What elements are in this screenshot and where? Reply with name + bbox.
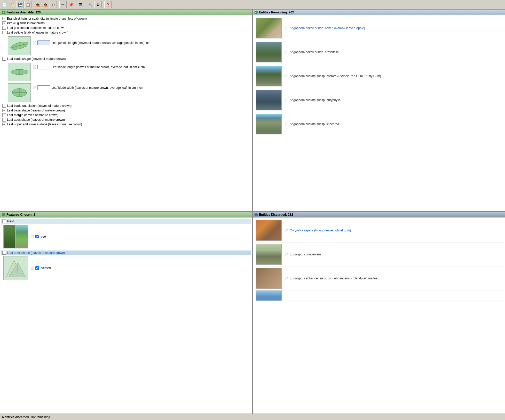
blade-width-thumb bbox=[8, 83, 31, 102]
feature-item-base[interactable]: + Leaf base shape (leaves of mature crow… bbox=[1, 108, 251, 113]
collapse-icon-apex[interactable]: - bbox=[2, 251, 6, 255]
entity-doc-icon-1: 📄 bbox=[285, 27, 288, 30]
feature-label-margin: Leaf margin (leaves of mature crown) bbox=[7, 113, 58, 117]
entity-thumb-1 bbox=[256, 18, 282, 38]
entities-discarded-panel: ✓ Entities Discarded: 232 📄 Corymbia asp… bbox=[253, 212, 505, 414]
blade-length-label: Leaf blade length (leaves of mature crow… bbox=[51, 65, 145, 69]
entity-item-3: 📄 Angophora costata subsp. costata (Sydn… bbox=[254, 64, 504, 88]
blade-width-label: Leaf blade width (leaves of mature crown… bbox=[51, 86, 144, 90]
open-button[interactable]: 📂 bbox=[9, 1, 16, 8]
features-available-content: + Branchlet hairs or scabridity (ultimat… bbox=[0, 15, 252, 211]
undo-button[interactable]: ↩ bbox=[50, 1, 57, 8]
status-bar: 6 entities discarded, 702 remaining bbox=[0, 414, 505, 420]
collapse-icon-habit[interactable]: - bbox=[2, 220, 6, 223]
feature-label-blade-shape: Leaf blade shape (leaves of mature crown… bbox=[7, 57, 66, 61]
entity-thumb-5 bbox=[256, 114, 282, 134]
entity-doc-icon-2: 📄 bbox=[285, 51, 288, 54]
features-available-title: Features Available: 120 bbox=[6, 11, 41, 14]
chosen-habit-header[interactable]: - Habit bbox=[1, 219, 251, 224]
petiole-thumb bbox=[8, 36, 31, 55]
tree-label: tree bbox=[41, 235, 46, 238]
entity-thumb-2 bbox=[256, 42, 282, 62]
expand-icon-base[interactable]: + bbox=[2, 109, 6, 112]
entities-remaining-content: 📄 Angophora bakeri subsp. bakeri (Narrow… bbox=[253, 15, 505, 211]
expand-icon-branchlet[interactable]: + bbox=[2, 17, 6, 20]
feature-item-margin[interactable]: + Leaf margin (leaves of mature crown) bbox=[1, 113, 251, 117]
new-button[interactable]: 📄 bbox=[1, 1, 8, 8]
entities-remaining-icon: ✓ bbox=[254, 11, 258, 14]
blade-width-input[interactable] bbox=[37, 85, 50, 90]
edit-button[interactable]: ✏ bbox=[59, 1, 67, 8]
pointed-check-row: 📄 pointed bbox=[30, 266, 51, 270]
feature-item-petiole[interactable]: - Leaf petiole (stalk of leaves in matur… bbox=[1, 30, 251, 35]
entity-thumb-4 bbox=[256, 90, 282, 110]
features-available-header: + Features Available: 120 bbox=[0, 10, 252, 15]
settings-button[interactable]: ⚙ bbox=[94, 1, 102, 8]
discarded-entity-4 bbox=[254, 290, 504, 301]
pointed-checkbox[interactable] bbox=[35, 266, 39, 270]
discarded-entity-3: 📄 Eucalyptus ebbanoensis subsp. ebbanoen… bbox=[254, 266, 504, 290]
expand-icon-blade-shape[interactable]: - bbox=[2, 57, 6, 61]
features-available-panel: + Features Available: 120 + Branchlet ha… bbox=[0, 9, 253, 212]
expand-icon-apex[interactable]: + bbox=[2, 118, 6, 122]
expand-icon-undulation[interactable]: + bbox=[2, 104, 6, 108]
status-text: 6 entities discarded, 702 remaining bbox=[2, 415, 50, 419]
chosen-category-habit: - Habit 📄 tree bbox=[1, 219, 251, 250]
tree-check-row: 📄 tree bbox=[30, 235, 46, 239]
filter-button[interactable]: 🔧 bbox=[87, 1, 94, 8]
entity-name-3: Angophora costata subsp. costata (Sydney… bbox=[290, 74, 381, 78]
entity-doc-icon-5: 📄 bbox=[285, 123, 288, 126]
feature-item-pith[interactable]: + Pith oil glands in branchlets bbox=[1, 21, 251, 26]
blade-width-row: 📄 Leaf blade width (leaves of mature cro… bbox=[7, 83, 251, 102]
chosen-category-apex: - Leaf apex shape (leaves of mature crow… bbox=[1, 250, 251, 281]
entity-name-4: Angophora costata subsp. euryphylla bbox=[290, 98, 341, 102]
petiole-length-input[interactable] bbox=[37, 41, 50, 45]
entity-name-1[interactable]: Angophora bakeri subsp. bakeri (Narrow-l… bbox=[290, 26, 365, 30]
toolbar: 📄 📂 💾 📋 📥 📤 ↩ ✏ 📌 ☰ 🔧 ⚙ ❓ bbox=[0, 0, 505, 9]
discarded-thumb-1 bbox=[256, 220, 282, 241]
help-button[interactable]: ❓ bbox=[104, 1, 112, 8]
feature-item-apex[interactable]: + Leaf apex shape (leaves of mature crow… bbox=[1, 117, 251, 122]
chosen-habit-label: Habit bbox=[7, 220, 14, 223]
feature-label-base: Leaf base shape (leaves of mature crown) bbox=[7, 109, 65, 112]
save-button[interactable]: 💾 bbox=[17, 1, 24, 8]
discarded-name-1[interactable]: Corymbia aspera (Rough-leaved ghost gum) bbox=[290, 229, 351, 232]
feature-label-undulation: Leaf blade undulation (leaves of mature … bbox=[7, 104, 72, 108]
import-button[interactable]: 📥 bbox=[34, 1, 41, 8]
feature-item-branchlet[interactable]: + Branchlet hairs or scabridity (ultimat… bbox=[1, 16, 251, 21]
chosen-apex-header[interactable]: - Leaf apex shape (leaves of mature crow… bbox=[1, 251, 251, 255]
list-button[interactable]: ☰ bbox=[77, 1, 84, 8]
chosen-item-tree: 📄 tree bbox=[1, 224, 251, 249]
petiole-image-row: 📄 Leaf petiole length (leaves of mature … bbox=[7, 36, 251, 55]
habit-images bbox=[4, 225, 28, 248]
expand-icon-petiole[interactable]: - bbox=[2, 31, 6, 34]
entity-item-4: 📄 Angophora costata subsp. euryphylla bbox=[254, 88, 504, 112]
petiole-length-label: Leaf petiole length (leaves of mature cr… bbox=[51, 41, 151, 45]
features-chosen-title: Features Chosen: 2 bbox=[6, 213, 35, 216]
features-chosen-content: - Habit 📄 tree bbox=[0, 217, 252, 414]
feature-item-undulation[interactable]: + Leaf blade undulation (leaves of matur… bbox=[1, 103, 251, 108]
feature-item-blade-shape[interactable]: - Leaf blade shape (leaves of mature cro… bbox=[1, 56, 251, 61]
discarded-entity-2: 📄 Eucalyptus conveniens bbox=[254, 243, 504, 266]
entity-name-2: Angophora bakeri subsp. crassifolia bbox=[290, 50, 339, 54]
feature-item-surface[interactable]: + Leaf upper and lower surface (leaves o… bbox=[1, 122, 251, 127]
pin-button[interactable]: 📌 bbox=[67, 1, 74, 8]
discarded-doc-2: 📄 bbox=[285, 253, 288, 256]
doc-icon-blade-length: 📄 bbox=[33, 65, 36, 69]
discarded-thumb-2 bbox=[256, 244, 282, 265]
blade-length-input[interactable] bbox=[37, 65, 50, 69]
blade-length-thumb bbox=[8, 63, 31, 81]
features-chosen-header: - Features Chosen: 2 bbox=[0, 212, 252, 217]
tree-checkbox[interactable] bbox=[35, 235, 39, 238]
save-as-button[interactable]: 📋 bbox=[24, 1, 31, 8]
doc-icon-tree: 📄 bbox=[30, 235, 34, 239]
features-chosen-icon: - bbox=[2, 213, 5, 216]
expand-icon-leaf-position[interactable]: + bbox=[2, 26, 6, 30]
export-button[interactable]: 📤 bbox=[42, 1, 49, 8]
entities-discarded-icon: ✓ bbox=[254, 213, 258, 216]
habit-img-right bbox=[16, 225, 28, 248]
expand-icon-pith[interactable]: + bbox=[2, 21, 6, 25]
expand-icon-margin[interactable]: + bbox=[2, 113, 6, 117]
feature-item-leaf-position[interactable]: + Leaf position on branches in mature cr… bbox=[1, 26, 251, 30]
expand-icon-surface[interactable]: + bbox=[2, 123, 6, 126]
